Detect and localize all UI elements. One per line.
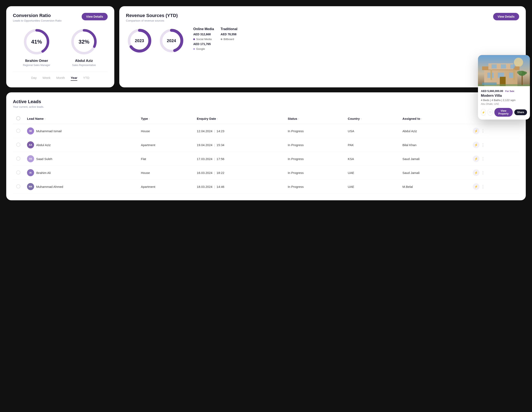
revenue-view-details-button[interactable]: View Details bbox=[493, 13, 519, 20]
th-type[interactable]: Type bbox=[138, 113, 193, 124]
heart-button[interactable]: ♡ bbox=[487, 109, 493, 116]
th-lead-name[interactable]: Lead Name bbox=[24, 113, 138, 124]
traditional-sub: Billboard bbox=[221, 37, 238, 41]
action-lightning-3[interactable]: ⚡ bbox=[473, 169, 479, 176]
filter-ytd[interactable]: YTD bbox=[83, 76, 89, 81]
row-country-0: USA bbox=[344, 124, 399, 138]
avatar-1: AA bbox=[27, 141, 34, 148]
donut-ibrahim: 41% bbox=[22, 27, 51, 56]
row-check-4[interactable] bbox=[13, 180, 24, 194]
social-media-label: Social Media bbox=[196, 37, 211, 41]
conversion-title: Conversion Ratio bbox=[13, 13, 62, 18]
filter-week[interactable]: Week bbox=[43, 76, 50, 81]
th-status[interactable]: Status bbox=[285, 113, 344, 124]
share-button[interactable]: Share bbox=[514, 109, 527, 115]
svg-rect-13 bbox=[492, 64, 497, 68]
date-1: 19.04.2024 bbox=[197, 143, 212, 147]
row-check-3[interactable] bbox=[13, 166, 24, 180]
th-enquiry-date[interactable]: Enquiry Date bbox=[193, 113, 285, 124]
svg-rect-14 bbox=[501, 64, 506, 68]
row-check-2[interactable] bbox=[13, 152, 24, 166]
table-row: SS Saad Suleh Flat 17.03.2024 | 17:56 In… bbox=[13, 152, 519, 166]
time-2: 17:56 bbox=[217, 157, 224, 161]
dot-social-media bbox=[193, 38, 195, 40]
select-all-checkbox[interactable] bbox=[16, 116, 20, 120]
avatar-4: MA bbox=[27, 183, 34, 190]
row-actions-0: ⚡ ⋮ bbox=[469, 124, 519, 138]
action-dots-0[interactable]: ⋮ bbox=[481, 129, 485, 133]
online-media-amount-2: AED 171,765 bbox=[193, 42, 214, 46]
date-4: 18.03.2024 bbox=[197, 185, 212, 188]
action-lightning-2[interactable]: ⚡ bbox=[473, 156, 479, 162]
date-2: 17.03.2024 bbox=[197, 157, 212, 161]
avatar-3: IA bbox=[27, 169, 34, 176]
revenue-sources-card: Revenue Sources (YTD) Comparison of reve… bbox=[119, 6, 526, 87]
conversion-subtitle: Leads to Opportunities Conversion Ratio bbox=[13, 19, 62, 22]
row-check-0[interactable] bbox=[13, 124, 24, 138]
online-media-sub-2: Google bbox=[193, 47, 214, 50]
row-lead-name-3: IA Ibrahim Ali bbox=[24, 166, 138, 180]
filter-day[interactable]: Day bbox=[31, 76, 37, 81]
row-status-1: In Progress bbox=[285, 138, 344, 152]
filter-month[interactable]: Month bbox=[56, 76, 65, 81]
row-status-0: In Progress bbox=[285, 124, 344, 138]
property-price-row: AED 5,660,000.00 For Sale bbox=[481, 89, 527, 93]
table-row: MA Muhammad Ahmed Apartment 18.03.2024 |… bbox=[13, 180, 519, 194]
billboard-label: Billboard bbox=[224, 37, 234, 41]
lead-name-text-4: Muhammad Ahmed bbox=[36, 185, 63, 188]
row-assigned-0: Abdul Aziz bbox=[399, 124, 469, 138]
row-lead-name-4: MA Muhammad Ahmed bbox=[24, 180, 138, 194]
filter-year[interactable]: Year bbox=[71, 76, 77, 81]
row-date-3: 16.03.2024 | 18:22 bbox=[193, 166, 285, 180]
online-media-sub-1: Social Media bbox=[193, 37, 214, 41]
property-body: AED 5,660,000.00 For Sale Modern Villa 4… bbox=[478, 86, 530, 119]
row-actions-1: ⚡ ⋮ bbox=[469, 138, 519, 152]
leads-table: Lead Name Type Enquiry Date Status Count… bbox=[13, 113, 519, 194]
row-type-3: House bbox=[138, 166, 193, 180]
lightning-button[interactable]: ⚡ bbox=[481, 109, 486, 116]
conversion-view-details-button[interactable]: View Details bbox=[82, 13, 108, 20]
row-type-1: Apartment bbox=[138, 138, 193, 152]
action-lightning-4[interactable]: ⚡ bbox=[473, 183, 479, 190]
revenue-subtitle: Comparison of revenue sources bbox=[126, 19, 178, 22]
row-status-2: In Progress bbox=[285, 152, 344, 166]
row-country-4: UAE bbox=[344, 180, 399, 194]
revenue-title-block: Revenue Sources (YTD) Comparison of reve… bbox=[126, 13, 178, 22]
lead-name-text-1: Abdul Aziz bbox=[36, 143, 51, 147]
row-type-2: Flat bbox=[138, 152, 193, 166]
table-row: AA Abdul Aziz Apartment 19.04.2024 | 15:… bbox=[13, 138, 519, 152]
property-specs: 4 Beds | 4 Baths | 2,122 sqm bbox=[481, 99, 527, 102]
action-dots-3[interactable]: ⋮ bbox=[481, 170, 485, 175]
th-country[interactable]: Country bbox=[344, 113, 399, 124]
property-actions: ⚡ ♡ View Property Share bbox=[481, 108, 527, 117]
card-title-block: Conversion Ratio Leads to Opportunities … bbox=[13, 13, 62, 22]
row-check-1[interactable] bbox=[13, 138, 24, 152]
table-header-row: Lead Name Type Enquiry Date Status Count… bbox=[13, 113, 519, 124]
time-0: 14:23 bbox=[217, 129, 224, 133]
row-assigned-1: Bilal Khan bbox=[399, 138, 469, 152]
row-assigned-3: Saud Jamali bbox=[399, 166, 469, 180]
donut-row: 41% Ibrahim Omer Regional Sales Manager … bbox=[13, 27, 108, 67]
row-assigned-4: M.Belal bbox=[399, 180, 469, 194]
online-media-amount-1: AED 312,668 bbox=[193, 33, 214, 36]
row-actions-2: ⚡ ⋮ bbox=[469, 152, 519, 166]
date-3: 16.03.2024 bbox=[197, 171, 212, 174]
action-lightning-1[interactable]: ⚡ bbox=[473, 142, 479, 148]
avatar-2: SS bbox=[27, 155, 34, 162]
row-date-1: 19.04.2024 | 15:34 bbox=[193, 138, 285, 152]
dot-google bbox=[193, 48, 195, 50]
property-card: AED 5,660,000.00 For Sale Modern Villa 4… bbox=[478, 55, 530, 119]
svg-rect-22 bbox=[490, 70, 492, 80]
traditional-amount: AED 78,558 bbox=[221, 33, 238, 36]
ibrahim-percentage: 41% bbox=[31, 39, 42, 45]
action-dots-1[interactable]: ⋮ bbox=[481, 143, 485, 147]
ibrahim-name: Ibrahim Omer bbox=[25, 59, 48, 63]
lead-name-text-3: Ibrahim Ali bbox=[36, 171, 51, 174]
action-dots-2[interactable]: ⋮ bbox=[481, 156, 485, 161]
view-property-button[interactable]: View Property bbox=[494, 108, 513, 117]
property-image bbox=[478, 55, 530, 86]
svg-point-27 bbox=[522, 71, 527, 74]
th-assigned-to[interactable]: Assigned to bbox=[399, 113, 469, 124]
action-dots-4[interactable]: ⋮ bbox=[481, 184, 485, 189]
action-lightning-0[interactable]: ⚡ bbox=[473, 128, 479, 134]
